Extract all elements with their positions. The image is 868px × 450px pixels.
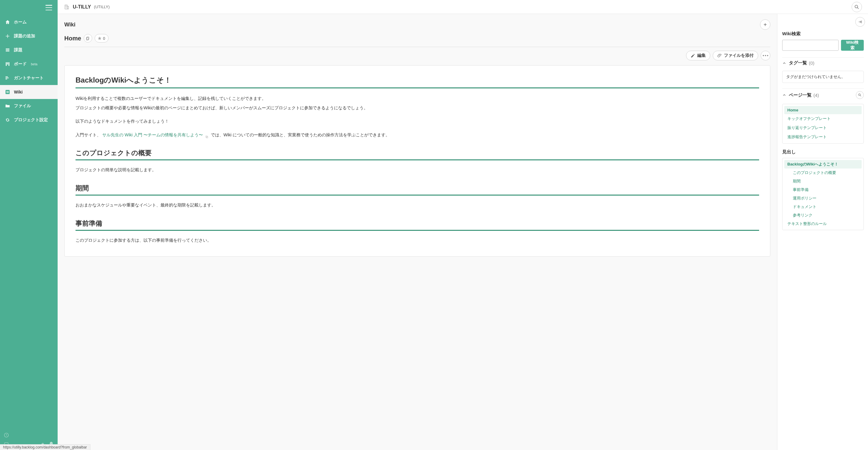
star-button[interactable]: 0 (95, 34, 108, 43)
wiki-paragraph: おおまかなスケジュールや重要なイベント、最終的な期限を記載します。 (75, 201, 759, 209)
board-icon (5, 61, 10, 67)
collapse-panel-button[interactable] (855, 17, 865, 27)
page-link[interactable]: 進捗報告テンプレート (784, 132, 862, 141)
toc-link[interactable]: 運用ポリシー (784, 194, 862, 202)
svg-rect-16 (206, 136, 207, 138)
add-page-button[interactable] (760, 20, 770, 30)
nav-files[interactable]: ファイル (0, 99, 58, 113)
tags-empty-message: タグがまだつけられていません。 (782, 71, 864, 83)
paperclip-icon (717, 53, 722, 58)
nav-label: ホーム (14, 20, 27, 25)
folder-icon (5, 103, 10, 109)
gear-icon (5, 117, 10, 123)
project-code: (UTILLY) (94, 5, 110, 9)
nav-label: プロジェクト設定 (14, 117, 48, 123)
header-search-button[interactable] (851, 2, 862, 12)
nav-label: Wiki (14, 90, 23, 94)
wiki-h1: BacklogのWikiへようこそ！ (75, 75, 759, 88)
right-panel: Wiki検索 Wiki検索 タグ一覧 (0) タグがまだつけられていません。 ペ… (777, 14, 868, 450)
project-name: U-TILLY (73, 4, 91, 10)
toc-link[interactable]: このプロジェクトの概要 (784, 169, 862, 177)
search-section-title: Wiki検索 (782, 31, 864, 37)
wiki-paragraph: 以下のようなドキュメントを作ってみましょう！ (75, 117, 759, 125)
wiki-h2: 事前準備 (75, 219, 759, 231)
wiki-search-input[interactable] (782, 40, 839, 51)
menu-toggle-icon[interactable] (45, 5, 52, 10)
home-icon (5, 20, 10, 25)
svg-rect-6 (67, 6, 68, 9)
wiki-intro-link[interactable]: サル先生の Wiki 入門 〜チームの情報を共有しよう〜 (102, 132, 203, 137)
sidebar: ホーム 課題の追加 課題 ボード beta ガントチャート W Wiki (0, 0, 58, 450)
wiki-paragraph: Wikiを利用することで複数のユーザーでドキュメントを編集し、記録を残していくこ… (75, 94, 759, 103)
more-button[interactable] (761, 51, 770, 60)
star-count: 0 (103, 36, 105, 41)
toc-link[interactable]: 参考リンク (784, 211, 862, 220)
pages-count: (4) (813, 93, 819, 98)
pages-list: Home キックオフテンプレート 振り返りテンプレート 進捗報告テンプレート (782, 104, 864, 144)
nav-board[interactable]: ボード beta (0, 57, 58, 71)
header: U-TILLY (UTILLY) (58, 0, 868, 14)
toc-link[interactable]: BacklogのWikiへようこそ！ (784, 160, 862, 169)
svg-rect-15 (87, 37, 89, 40)
gantt-icon (5, 75, 10, 81)
toc-link[interactable]: テキスト整形のルール (784, 220, 862, 228)
nav-label: ボード (14, 61, 27, 67)
nav-label: ファイル (14, 103, 31, 109)
svg-rect-14 (87, 37, 89, 39)
wiki-paragraph: プロジェクトの簡単な説明を記載します。 (75, 166, 759, 174)
svg-text:W: W (6, 90, 9, 93)
attach-label: ファイルを添付 (724, 53, 754, 58)
main-content: Wiki Home 0 編集 (58, 14, 777, 450)
svg-rect-17 (206, 137, 208, 138)
nav-wiki[interactable]: W Wiki (0, 85, 58, 99)
pages-title: ページ一覧 (789, 92, 812, 98)
wiki-icon: W (5, 89, 10, 95)
page-link[interactable]: キックオフテンプレート (784, 114, 862, 123)
beta-badge: beta (31, 62, 37, 66)
toc-link[interactable]: 事前準備 (784, 186, 862, 194)
tags-header[interactable]: タグ一覧 (0) (782, 57, 864, 68)
attach-button[interactable]: ファイルを添付 (713, 51, 758, 60)
pencil-icon (690, 53, 695, 58)
nav-list: ホーム 課題の追加 課題 ボード beta ガントチャート W Wiki (0, 15, 58, 127)
nav-label: 課題 (14, 47, 23, 53)
chevron-up-icon (782, 61, 787, 65)
toc-link[interactable]: ドキュメント (784, 202, 862, 211)
nav-label: ガントチャート (14, 75, 44, 81)
nav-gantt[interactable]: ガントチャート (0, 71, 58, 85)
pages-header[interactable]: ページ一覧 (4) (782, 88, 864, 102)
page-link[interactable]: Home (784, 106, 862, 114)
external-link-icon (205, 133, 209, 137)
dots-icon (763, 55, 768, 56)
toc-list: BacklogのWikiへようこそ！ このプロジェクトの概要 期間 事前準備 運… (782, 158, 864, 230)
svg-line-11 (857, 8, 859, 9)
wiki-search-button[interactable]: Wiki検索 (841, 40, 864, 51)
pages-search-icon[interactable] (856, 91, 864, 99)
page-title: Home (64, 35, 81, 42)
nav-label: 課題の追加 (14, 33, 35, 39)
copy-button[interactable] (84, 34, 92, 43)
edit-button[interactable]: 編集 (686, 51, 710, 60)
edit-label: 編集 (697, 53, 706, 58)
headings-title: 見出し (782, 149, 864, 155)
list-icon (5, 47, 10, 53)
nav-issues[interactable]: 課題 (0, 43, 58, 57)
building-icon (64, 4, 70, 10)
wiki-h2: このプロジェクトの概要 (75, 148, 759, 160)
svg-point-18 (859, 94, 860, 96)
status-bar-url: https://utilly.backlog.com/dashboard?fro… (0, 444, 90, 450)
nav-settings[interactable]: プロジェクト設定 (0, 113, 58, 127)
wiki-body: BacklogのWikiへようこそ！ Wikiを利用することで複数のユーザーでド… (64, 65, 770, 257)
wiki-section-title: Wiki (64, 22, 757, 28)
nav-add-issue[interactable]: 課題の追加 (0, 29, 58, 43)
star-icon (97, 36, 102, 41)
tags-title: タグ一覧 (789, 60, 807, 66)
help-icon[interactable]: ? (4, 432, 9, 439)
wiki-paragraph: 入門サイト、 サル先生の Wiki 入門 〜チームの情報を共有しよう〜 では、W… (75, 131, 759, 139)
tags-count: (0) (809, 60, 814, 65)
svg-text:?: ? (6, 434, 7, 437)
svg-point-10 (855, 5, 858, 8)
page-link[interactable]: 振り返りテンプレート (784, 123, 862, 132)
toc-link[interactable]: 期間 (784, 177, 862, 186)
nav-home[interactable]: ホーム (0, 15, 58, 29)
